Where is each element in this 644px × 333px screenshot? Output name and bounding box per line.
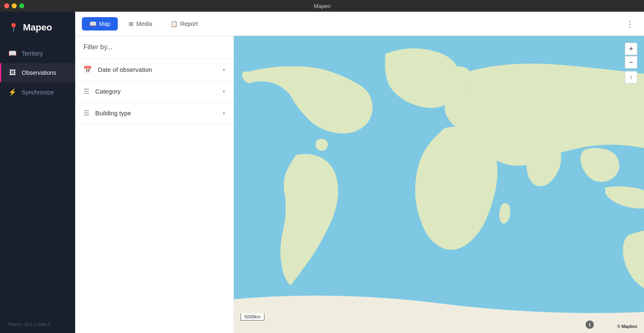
close-button[interactable] — [4, 3, 9, 8]
reset-bearing-button[interactable]: ↑ — [625, 71, 637, 84]
version-label: Mapeo v5.5.0-beta.0 — [8, 322, 51, 327]
territory-icon: 📖 — [8, 49, 17, 57]
active-indicator — [0, 63, 1, 82]
filter-item-building[interactable]: ☰ Building type ▾ — [75, 102, 233, 124]
scale-label: 5000km — [241, 313, 264, 320]
category-filter-icon: ☰ — [84, 87, 89, 95]
date-filter-icon: 📅 — [84, 66, 92, 74]
building-chevron-icon: ▾ — [223, 110, 225, 116]
menu-icon: ⋮ — [626, 19, 634, 28]
category-chevron-icon: ▾ — [223, 89, 225, 94]
filter-header: Filter by... — [75, 36, 233, 59]
content-area: Filter by... 📅 Date of observation ▾ ☰ C… — [75, 36, 644, 333]
info-icon: ℹ — [589, 322, 591, 328]
map-info-button[interactable]: ℹ — [586, 320, 594, 329]
synchronize-icon: ⚡ — [8, 88, 17, 96]
world-map — [234, 36, 644, 333]
map-tab-label: Map — [99, 20, 110, 27]
sidebar: 📍 Mapeo 📖 Territory 🖼 Observations ⚡ Syn… — [0, 12, 75, 333]
map-container[interactable]: + − ↑ 5000km ℹ — [234, 36, 644, 333]
sidebar-item-label: Observations — [22, 69, 56, 76]
app-title: Mapeo — [314, 3, 330, 9]
observations-icon: 🖼 — [8, 69, 17, 76]
tab-map[interactable]: 📖 Map — [82, 17, 118, 31]
report-tab-label: Report — [180, 20, 198, 27]
tab-media[interactable]: ⊞ Media — [121, 17, 160, 31]
report-tab-icon: 📋 — [170, 20, 177, 27]
sidebar-item-synchronize[interactable]: ⚡ Synchronize — [0, 82, 75, 102]
mapbox-attribution: © Mapbox — [617, 324, 637, 329]
sidebar-item-observations[interactable]: 🖼 Observations — [0, 63, 75, 82]
map-scale: 5000km — [241, 313, 264, 320]
date-filter-label: Date of observation — [98, 66, 217, 73]
titlebar-controls — [4, 3, 24, 8]
main-content: 📖 Map ⊞ Media 📋 Report ⋮ Filter by... — [75, 12, 644, 333]
sidebar-item-territory[interactable]: 📖 Territory — [0, 43, 75, 63]
filter-item-category[interactable]: ☰ Category ▾ — [75, 81, 233, 102]
map-controls: + − ↑ — [625, 43, 637, 84]
category-filter-label: Category — [95, 88, 217, 95]
titlebar: Mapeo — [0, 0, 644, 12]
maximize-button[interactable] — [19, 3, 24, 8]
zoom-out-button[interactable]: − — [625, 56, 637, 69]
filter-list[interactable]: 📅 Date of observation ▾ ☰ Category ▾ ☰ B… — [75, 59, 233, 333]
sidebar-item-label: Territory — [22, 50, 43, 57]
building-filter-label: Building type — [95, 109, 217, 117]
filter-panel: Filter by... 📅 Date of observation ▾ ☰ C… — [75, 36, 234, 333]
logo-icon: 📍 — [8, 23, 19, 33]
tab-report[interactable]: 📋 Report — [163, 17, 205, 31]
sidebar-item-label: Synchronize — [22, 89, 54, 96]
filter-item-date[interactable]: 📅 Date of observation ▾ — [75, 59, 233, 81]
zoom-out-icon: − — [629, 58, 634, 67]
zoom-in-button[interactable]: + — [625, 43, 637, 55]
media-tab-label: Media — [136, 20, 152, 27]
mapbox-logo: © Mapbox — [617, 324, 637, 329]
building-filter-icon: ☰ — [84, 109, 89, 117]
date-chevron-icon: ▾ — [223, 67, 225, 73]
minimize-button[interactable] — [12, 3, 17, 8]
sidebar-footer: Mapeo v5.5.0-beta.0 — [0, 315, 75, 333]
map-tab-icon: 📖 — [89, 20, 96, 27]
zoom-in-icon: + — [629, 45, 634, 53]
filter-header-label: Filter by... — [84, 43, 112, 51]
topbar: 📖 Map ⊞ Media 📋 Report ⋮ — [75, 12, 644, 36]
sidebar-logo: 📍 Mapeo — [0, 16, 75, 43]
topbar-menu-button[interactable]: ⋮ — [622, 17, 637, 31]
media-tab-icon: ⊞ — [129, 20, 134, 27]
logo-label: Mapeo — [23, 22, 52, 33]
reset-icon: ↑ — [630, 74, 633, 81]
